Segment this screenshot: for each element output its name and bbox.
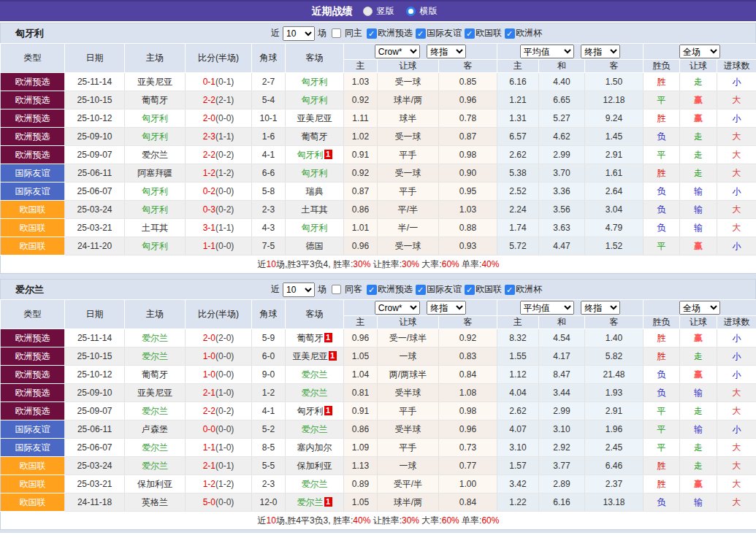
bookmaker-select[interactable]: Crow* xyxy=(375,45,420,58)
corners: 10-1 xyxy=(252,109,286,128)
score: 0-2(0-0) xyxy=(186,182,252,201)
match-row: 欧洲预选25-09-07爱尔兰2-2(0-2)4-1匈牙利10.91平手0.98… xyxy=(1,402,756,420)
avg-home: 1.74 xyxy=(497,219,539,237)
final-average-select[interactable]: 终指 xyxy=(581,301,620,315)
average-select[interactable]: 平均值 xyxy=(520,45,574,58)
comp-checkbox-friendly[interactable] xyxy=(416,285,426,295)
result-outcome: 胜 xyxy=(644,73,680,91)
sub-header-avg-draw: 和 xyxy=(539,60,585,73)
match-row: 欧洲预选25-09-07爱尔兰2-2(0-2)4-1匈牙利10.91平手0.98… xyxy=(1,146,756,164)
result-outcome: 胜 xyxy=(644,109,680,128)
avg-home: 2.52 xyxy=(497,182,539,201)
bookmaker-select[interactable]: Crow* xyxy=(375,301,420,315)
odds-handicap: 受一球 xyxy=(378,164,439,182)
avg-away: 1.93 xyxy=(585,384,644,402)
radio-horizontal-label[interactable]: 横版 xyxy=(420,5,438,18)
full-match-select[interactable]: 全场 xyxy=(679,301,720,315)
home-team: 土耳其 xyxy=(125,219,186,237)
home-team: 爱尔兰 xyxy=(125,457,186,475)
final-odds-select[interactable]: 终指 xyxy=(427,301,466,315)
radio-horizontal-layout[interactable] xyxy=(406,7,416,16)
result-handicap: 赢 xyxy=(680,329,717,347)
avg-away: 1.45 xyxy=(585,128,644,146)
avg-away: 4.79 xyxy=(585,219,644,237)
average-select[interactable]: 平均值 xyxy=(520,301,574,315)
sub-header-outcome: 胜负 xyxy=(644,316,680,329)
avg-home: 2.62 xyxy=(497,146,539,164)
avg-home: 1.12 xyxy=(497,366,539,384)
odds-home: 0.96 xyxy=(344,329,378,347)
sub-header-odds-home: 主 xyxy=(344,316,378,329)
away-team: 亚美尼亚 xyxy=(286,109,344,128)
match-row: 国际友谊25-06-11阿塞拜疆1-2(1-2)6-6匈牙利0.92受一球0.9… xyxy=(1,164,756,182)
avg-away: 2.91 xyxy=(585,402,644,420)
match-row: 欧洲预选25-09-10匈牙利2-3(1-1)1-6葡萄牙1.02受一球0.87… xyxy=(1,128,756,146)
comp-checkbox-euro-cup[interactable] xyxy=(505,28,515,39)
filter-bar: 近 10 场 同主 欧洲预选 国际友谊 欧国联 欧洲杯 xyxy=(270,23,542,43)
result-handicap: 走 xyxy=(680,402,717,420)
full-match-select[interactable]: 全场 xyxy=(679,45,720,58)
competition-badge: 欧洲预选 xyxy=(1,128,65,146)
competition-badge: 欧国联 xyxy=(1,457,65,475)
comp-checkbox-nations-league[interactable] xyxy=(465,285,475,295)
result-goals: 大 xyxy=(717,402,756,420)
odds-handicap: 受一/球半 xyxy=(378,329,439,347)
match-row: 欧洲预选25-11-14亚美尼亚0-1(0-1)2-7匈牙利1.03受一球0.8… xyxy=(1,73,756,91)
match-row: 欧国联24-11-20匈牙利1-1(0-0)7-5德国0.96受一球0.935.… xyxy=(1,237,756,255)
comp-checkbox-nations-league[interactable] xyxy=(465,28,475,39)
score: 2-0(2-0) xyxy=(186,329,252,347)
odds-handicap: 半/一 xyxy=(378,219,439,237)
radio-vertical-layout[interactable] xyxy=(363,7,373,16)
away-team: 德国 xyxy=(286,237,344,255)
result-outcome: 平 xyxy=(644,91,680,109)
result-goals: 小 xyxy=(717,329,756,347)
final-odds-select[interactable]: 终指 xyxy=(427,45,466,58)
match-date: 24-11-18 xyxy=(65,493,125,512)
odds-home: 1.05 xyxy=(344,493,378,512)
matches-table: 类型 日期 主场 比分(半场) 角球 客场 Crow* 终指 平均值 终指 xyxy=(0,299,756,530)
final-average-select[interactable]: 终指 xyxy=(581,45,620,58)
avg-draw: 8.47 xyxy=(539,366,585,384)
corners: 5-5 xyxy=(252,457,286,475)
col-header-score: 比分(半场) xyxy=(186,300,252,329)
home-team: 亚美尼亚 xyxy=(125,73,186,91)
result-handicap: 走 xyxy=(680,347,717,366)
result-goals: 大 xyxy=(717,439,756,457)
competition-badge: 国际友谊 xyxy=(1,420,65,439)
avg-away: 1.52 xyxy=(585,237,644,255)
home-team: 阿塞拜疆 xyxy=(125,164,186,182)
result-group-header: 全场 xyxy=(644,44,756,60)
sub-header-goals: 进球数 xyxy=(717,60,756,73)
score: 2-1(0-1) xyxy=(186,457,252,475)
sub-header-handicap-result: 让球 xyxy=(680,60,717,73)
summary-row: 近10场,胜4平3负3, 胜率:40% 让胜率:30% 大率:60% 单率:60… xyxy=(1,512,756,530)
odds-handicap: 球半 xyxy=(378,109,439,128)
odds-away: 0.83 xyxy=(439,347,497,366)
match-date: 25-06-11 xyxy=(65,164,125,182)
comp-checkbox-euro-cup[interactable] xyxy=(505,285,515,295)
team-section-hungary: 匈牙利 近 10 场 同主 欧洲预选 国际友谊 欧国联 欧洲杯 xyxy=(0,23,756,274)
recent-count-select[interactable]: 10 xyxy=(283,283,315,297)
away-team: 葡萄牙 xyxy=(286,128,344,146)
comp-checkbox-euro-qual[interactable] xyxy=(367,28,377,39)
avg-home: 6.57 xyxy=(497,128,539,146)
avg-home: 1.22 xyxy=(497,493,539,512)
comp-checkbox-friendly[interactable] xyxy=(416,28,426,39)
same-venue-checkbox[interactable] xyxy=(332,285,341,294)
comp-checkbox-euro-qual[interactable] xyxy=(367,285,377,295)
match-row: 国际友谊25-06-07爱尔兰1-1(1-0)8-5塞内加尔1.09平手0.73… xyxy=(1,439,756,457)
match-row: 欧洲预选25-11-14爱尔兰2-0(2-0)5-9葡萄牙10.96受一/球半0… xyxy=(1,329,756,347)
recent-count-select[interactable]: 10 xyxy=(283,26,315,41)
result-goals: 大 xyxy=(717,475,756,493)
score: 2-2(0-2) xyxy=(186,146,252,164)
corners: 6-6 xyxy=(252,164,286,182)
odds-handicap: 受平/半 xyxy=(378,475,439,493)
result-handicap: 走 xyxy=(680,457,717,475)
avg-home: 4.07 xyxy=(497,420,539,439)
avg-draw: 3.63 xyxy=(539,219,585,237)
section-divider xyxy=(0,274,756,279)
radio-vertical-label[interactable]: 竖版 xyxy=(377,5,394,18)
avg-home: 3.42 xyxy=(497,475,539,493)
same-venue-checkbox[interactable] xyxy=(332,28,341,38)
comp-label-euro-qual: 欧洲预选 xyxy=(378,27,413,39)
